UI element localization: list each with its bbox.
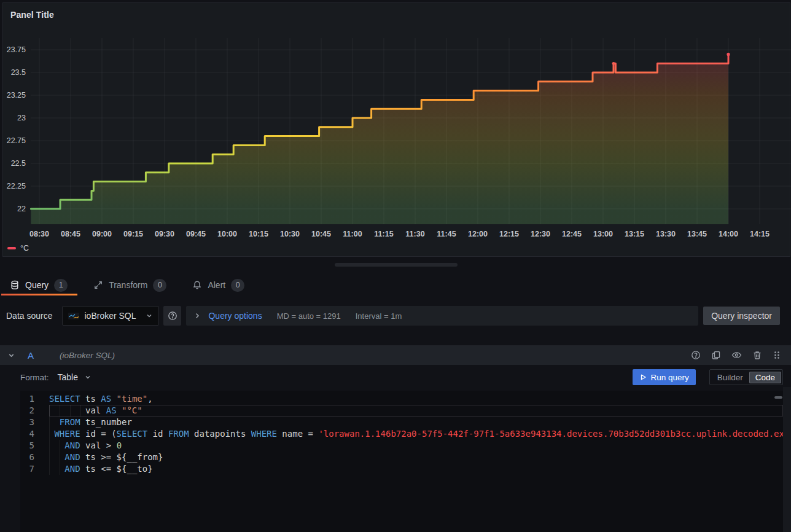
token-str: "°C" [122, 405, 142, 415]
code-line[interactable]: 2 val AS "°C" [20, 405, 791, 417]
svg-text:10:00: 10:00 [217, 230, 237, 238]
svg-text:22.25: 22.25 [7, 182, 26, 190]
token-id [111, 440, 116, 450]
drag-handle-icon[interactable] [773, 350, 781, 360]
chevron-down-icon[interactable] [84, 374, 92, 381]
tab-transform-label: Transform [109, 280, 147, 290]
trash-icon[interactable] [752, 350, 762, 360]
run-query-label: Run query [650, 373, 688, 382]
collapse-chevron-down-icon[interactable] [7, 351, 15, 359]
indent-guide [49, 440, 50, 452]
indent-guide [60, 452, 60, 463]
token-id: datapoints [189, 429, 251, 439]
help-icon[interactable] [691, 350, 701, 360]
svg-text:10:30: 10:30 [280, 230, 300, 238]
tab-query-count-badge: 1 [54, 279, 68, 292]
pane-resize-handle[interactable] [335, 263, 458, 267]
tab-query[interactable]: Query 1 [6, 275, 71, 295]
indent-guide [49, 452, 50, 463]
svg-text:11:00: 11:00 [343, 230, 362, 238]
line-number: 5 [20, 440, 49, 452]
format-select-value[interactable]: Table [58, 372, 78, 382]
svg-text:09:15: 09:15 [123, 230, 143, 238]
indent-guide [49, 405, 50, 417]
sql-code-editor[interactable]: 1SELECT ts AS "time",2 val AS "°C"3 FROM… [20, 391, 791, 532]
editor-scrollbar-slider[interactable] [774, 396, 782, 399]
datasource-row: Data source ioBroker SQL Query options [0, 305, 791, 327]
line-number: 6 [20, 452, 49, 463]
code-line[interactable]: 5 AND val > 0 [20, 440, 791, 452]
line-number: 7 [20, 463, 49, 475]
chart-legend[interactable]: °C [7, 244, 29, 252]
indent-guide [49, 428, 50, 440]
builder-code-toggle: Builder Code [709, 369, 783, 385]
query-editor-header[interactable]: A (ioBroker SQL) [0, 345, 791, 365]
tab-transform[interactable]: Transform 0 [90, 275, 170, 295]
datasource-picker[interactable]: ioBroker SQL [62, 306, 159, 326]
eye-icon[interactable] [731, 350, 742, 360]
code-line[interactable]: 4 WHERE id = (SELECT id FROM datapoints … [20, 428, 791, 440]
datasource-help-button[interactable] [163, 306, 181, 326]
line-content[interactable]: AND val > 0 [49, 440, 783, 452]
tab-alert-label: Alert [208, 280, 225, 290]
toggle-builder[interactable]: Builder [711, 372, 749, 383]
query-options-link[interactable]: Query options [208, 311, 262, 321]
datasource-logo-icon [68, 312, 79, 320]
interval-stat: Interval = 1m [356, 311, 402, 321]
chart-svg: 23.7523.523.252322.7522.522.252208:3008:… [0, 34, 791, 243]
line-content[interactable]: AND ts >= ${__from} [49, 452, 783, 463]
token-id [111, 464, 116, 474]
indent-guide [70, 405, 71, 417]
database-icon [10, 280, 20, 290]
token-op: >= [101, 452, 111, 462]
svg-text:23.25: 23.25 [7, 91, 26, 100]
line-content[interactable]: AND ts <= ${__to} [49, 463, 783, 475]
editor-scrollbar-track[interactable] [783, 387, 791, 532]
tab-transform-count-badge: 0 [153, 279, 166, 292]
svg-text:11:15: 11:15 [374, 230, 393, 238]
token-id: , [147, 394, 152, 404]
query-actions [691, 350, 781, 360]
line-content[interactable]: val AS "°C" [49, 405, 783, 417]
token-id [117, 405, 122, 415]
run-query-button[interactable]: Run query [633, 369, 695, 385]
svg-text:11:45: 11:45 [437, 230, 456, 238]
token-id [49, 452, 64, 462]
token-kw: AND [64, 440, 80, 450]
svg-text:23: 23 [17, 114, 26, 122]
svg-text:13:15: 13:15 [625, 230, 644, 238]
svg-text:09:30: 09:30 [155, 230, 174, 238]
tab-alert-count-badge: 0 [231, 279, 244, 292]
line-content[interactable]: WHERE id = (SELECT id FROM datapoints WH… [49, 428, 783, 440]
panel-title: Panel Title [10, 10, 54, 20]
query-options-bar[interactable]: Query options MD = auto = 1291 Interval … [186, 306, 698, 326]
code-line[interactable]: 7 AND ts <= ${__to} [20, 463, 791, 475]
line-number: 2 [20, 405, 49, 417]
chevron-down-icon [146, 312, 153, 319]
code-line[interactable]: 1SELECT ts AS "time", [20, 393, 791, 405]
line-content[interactable]: FROM ts_number [49, 417, 783, 428]
svg-text:22.5: 22.5 [11, 159, 26, 168]
editor-tabbar: Query 1 Transform 0 Alert 0 [0, 275, 791, 295]
line-number: 4 [20, 428, 49, 440]
toggle-code[interactable]: Code [749, 372, 781, 383]
indent-guide [49, 417, 50, 428]
duplicate-icon[interactable] [711, 350, 721, 360]
token-id: ${__from} [117, 452, 163, 462]
token-op: <= [101, 464, 111, 474]
query-inspector-button[interactable]: Query inspector [703, 307, 780, 325]
svg-text:08:45: 08:45 [61, 230, 80, 238]
token-id: id = ( [80, 429, 117, 439]
tab-alert[interactable]: Alert 0 [189, 275, 248, 295]
play-icon [639, 374, 647, 381]
svg-text:12:00: 12:00 [468, 230, 488, 238]
bell-icon [192, 280, 202, 290]
legend-series-label[interactable]: °C [20, 244, 29, 252]
line-content[interactable]: SELECT ts AS "time", [49, 393, 783, 405]
code-line[interactable]: 3 FROM ts_number [20, 417, 791, 428]
code-lines: 1SELECT ts AS "time",2 val AS "°C"3 FROM… [20, 393, 791, 475]
token-id: ts [80, 464, 101, 474]
code-line[interactable]: 6 AND ts >= ${__from} [20, 452, 791, 463]
token-id [111, 394, 116, 404]
token-kw: AND [64, 464, 80, 474]
